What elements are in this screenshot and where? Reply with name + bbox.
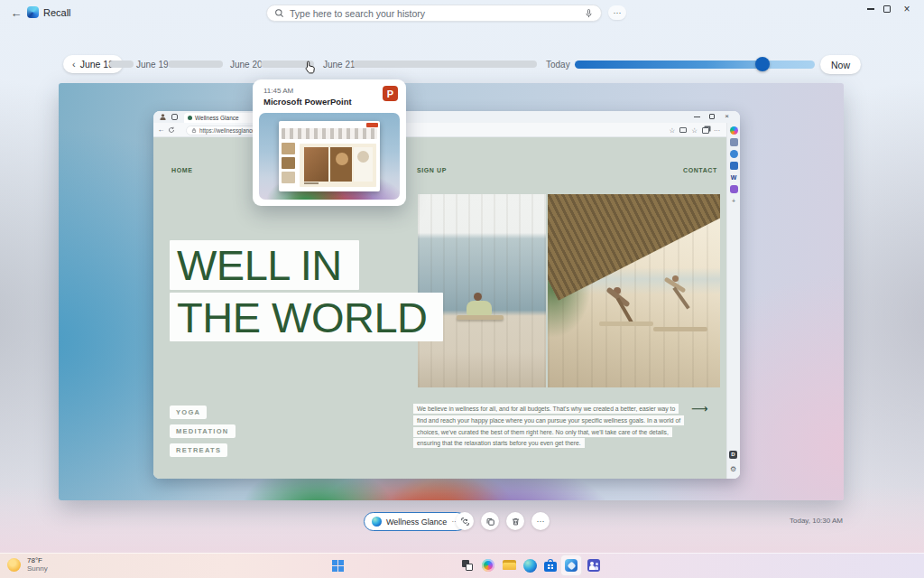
photo1-figure-body: [467, 301, 492, 316]
folder-icon: [503, 560, 516, 571]
sun-icon: [7, 558, 21, 572]
start-button[interactable]: [328, 556, 346, 574]
teams-icon: [587, 559, 600, 572]
rescan-button[interactable]: [456, 512, 474, 530]
briefcase-icon: [730, 162, 738, 170]
recall-taskbar-icon: [565, 559, 578, 572]
sidebar-settings-icon: ⚙: [729, 465, 737, 473]
ppt-main-slide: [300, 144, 376, 187]
timeline-date-label[interactable]: June 19: [136, 60, 169, 70]
sidebar-add-icon: +: [730, 197, 738, 205]
timeline-segment[interactable]: [109, 61, 134, 68]
app-title: Recall: [43, 7, 71, 18]
sidebar-d-icon: D: [729, 451, 737, 459]
file-explorer-button[interactable]: [500, 556, 518, 574]
back-button[interactable]: ←: [7, 4, 25, 22]
copy-button[interactable]: [481, 512, 499, 530]
browser-tab: Wellness Glance ×: [184, 113, 260, 123]
photo-group-yoga: [548, 194, 720, 387]
timeline-date-label[interactable]: June 20: [230, 60, 263, 70]
add-favorite-icon: ☆: [691, 126, 698, 135]
webpage-viewport: HOME SIGN UP CONTACT: [153, 137, 726, 479]
nav-signup: SIGN UP: [417, 167, 447, 173]
menu-item-meditation: MEDITATION: [170, 424, 236, 438]
browser-refresh-icon: [168, 126, 175, 134]
headline-line-1: WELL IN: [170, 240, 359, 290]
edge-button[interactable]: [521, 556, 539, 574]
photo1-yoga-mat: [457, 315, 504, 320]
timeline-slider-thumb[interactable]: [755, 57, 770, 71]
taskbar: 78°F Sunny Search: [0, 553, 924, 578]
nav-contact: CONTACT: [683, 167, 717, 173]
recall-logo-icon: [27, 6, 39, 18]
close-button[interactable]: ×: [897, 3, 917, 15]
task-view-button[interactable]: [458, 556, 476, 574]
intro-paragraph: We believe in wellness for all, and for …: [413, 404, 682, 450]
photo2-thatched-roof: [548, 194, 720, 301]
lock-icon: [191, 127, 197, 134]
maximize-button[interactable]: [877, 3, 897, 15]
now-button[interactable]: Now: [820, 55, 861, 74]
browser-close-icon: ×: [725, 112, 729, 120]
recall-app-window: ← Recall Type here to search your histor…: [0, 0, 924, 578]
teams-button[interactable]: [585, 556, 603, 574]
snapshot-timestamp: Today, 10:30 AM: [785, 517, 843, 525]
open-app-label: Wellness Glance: [386, 517, 447, 527]
windows-logo-icon: [332, 560, 344, 572]
copilot-button[interactable]: [479, 556, 497, 574]
snapshot-more-icon: ···: [537, 517, 545, 526]
copilot-taskbar-icon: [482, 559, 494, 572]
browser-maximize-icon: [709, 114, 715, 119]
thumbnail-ppt-window: [279, 121, 380, 191]
browser-back-icon: ←: [155, 126, 167, 134]
preview-thumbnail: [259, 113, 400, 200]
copilot-icon: [730, 126, 738, 135]
now-label: Now: [831, 60, 850, 70]
nav-home: HOME: [171, 167, 192, 173]
weather-widget[interactable]: 78°F Sunny: [7, 556, 48, 573]
chevron-left-icon: ‹: [72, 59, 76, 70]
preview-app-name: Microsoft PowerPoint: [263, 97, 352, 107]
copy-icon: [485, 517, 495, 527]
edge-taskbar-icon: [523, 559, 537, 573]
collections-icon: [702, 127, 709, 134]
profile-icon: [159, 113, 167, 121]
powerpoint-icon-letter: P: [387, 89, 393, 99]
ppt-titlebar-accent: [366, 123, 378, 127]
close-icon: ×: [903, 3, 910, 15]
delete-button[interactable]: [506, 512, 524, 530]
open-app-button[interactable]: Wellness Glance ···: [364, 512, 467, 531]
timeline-date-label[interactable]: June 21: [323, 60, 356, 70]
task-view-icon: [462, 560, 474, 572]
snapshot-preview-card[interactable]: 11:45 AM Microsoft PowerPoint P: [253, 79, 406, 206]
rescan-icon: [460, 517, 470, 527]
edge-sidebar: W + D ⚙: [726, 123, 740, 479]
wikipedia-icon: W: [730, 173, 738, 182]
timeline-segment[interactable]: [353, 61, 537, 68]
more-icon: ···: [614, 8, 622, 17]
tab-actions-icon: [171, 114, 178, 120]
history-search-input[interactable]: Type here to search your history: [266, 5, 602, 22]
photo-seated-yoga: [418, 194, 546, 387]
recall-taskbar-button[interactable]: [560, 555, 582, 576]
preview-time: 11:45 AM: [263, 87, 293, 95]
headline-line-2: THE WORLD: [170, 293, 443, 341]
timeline-today-label[interactable]: Today: [546, 60, 570, 70]
snapshot-more-button[interactable]: ···: [531, 512, 550, 530]
browser-tabstrip: Wellness Glance × ×: [153, 111, 740, 123]
timeline-segment[interactable]: [168, 61, 223, 68]
photo1-figure-head: [474, 293, 482, 301]
edge-icon: [372, 517, 382, 527]
search-placeholder: Type here to search your history: [290, 8, 578, 19]
weather-condition: Sunny: [27, 564, 48, 573]
arrow-right-icon: ⟶: [691, 402, 708, 415]
mouse-cursor-icon: [303, 60, 317, 75]
ppt-ribbon: [282, 128, 377, 139]
timeline-slider-track[interactable]: [575, 61, 815, 69]
intro-paragraph-text: We believe in wellness for all, and for …: [413, 404, 684, 448]
minimize-icon: [867, 8, 874, 10]
recall-snapshot[interactable]: Wellness Glance × × ← https://wellnessgl…: [59, 83, 844, 500]
microphone-icon[interactable]: [584, 8, 594, 19]
store-button[interactable]: [541, 556, 559, 574]
more-options-button[interactable]: ···: [608, 5, 626, 20]
